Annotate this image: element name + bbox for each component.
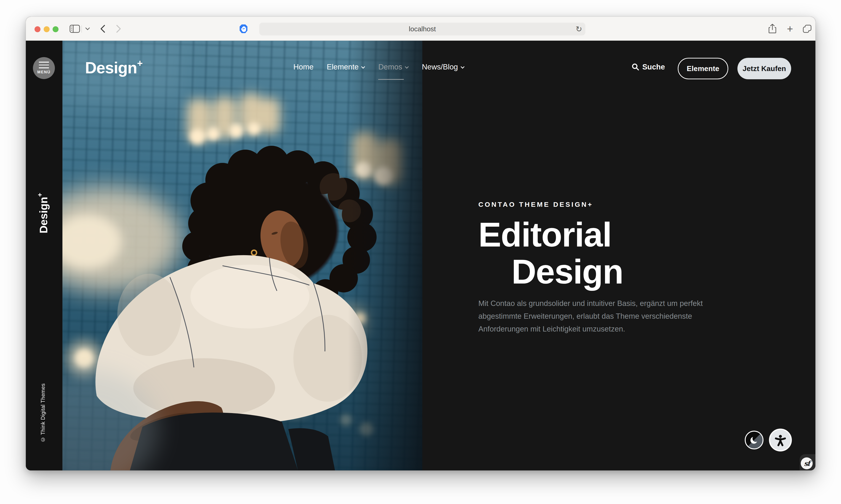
main-nav: Home Elemente Demos News/Blog [293,62,465,71]
dark-mode-toggle[interactable] [745,431,764,449]
accessibility-icon [774,434,787,446]
safari-window: localhost ↻ + [26,17,816,470]
search-button[interactable]: Suche [632,62,665,71]
hero-title-line2: Design [511,253,623,290]
rail-brand-vertical: Design+ [36,193,50,234]
hero-eyebrow: CONTAO THEME DESIGN+ [478,201,593,209]
elemente-button[interactable]: Elemente [678,58,728,79]
hero-photo [63,41,422,470]
refresh-icon[interactable]: ↻ [576,23,582,35]
hero-paragraph: Mit Contao als grundsolider und intuitiv… [478,297,734,336]
hero-title-line1: Editorial [478,216,623,253]
left-rail: MENÜ Design+ © Think Digital Themes [26,41,63,470]
zoom-button[interactable] [53,26,58,32]
toolbar-divider [82,25,82,33]
symfony-logo: sf [801,457,813,469]
nav-item-home[interactable]: Home [293,62,314,71]
tab-overview-icon[interactable] [802,17,813,41]
active-nav-underline [378,79,404,80]
site-logo[interactable]: Design+ [85,60,142,76]
menu-button-label: MENÜ [37,70,51,74]
rail-copyright-vertical: © Think Digital Themes [40,383,46,443]
content-blocker-shield-icon[interactable] [239,17,248,41]
forward-button[interactable] [113,17,124,41]
chevron-down-icon [361,65,365,68]
accessibility-button[interactable] [769,429,792,451]
address-bar[interactable]: localhost ↻ [259,23,585,35]
url-text: localhost [409,25,436,33]
moon-icon [750,435,759,445]
hero-title: Editorial Design [478,216,623,290]
sidebar-chevron-down-icon[interactable] [84,17,92,41]
minimize-button[interactable] [44,26,50,32]
new-tab-icon[interactable]: + [785,17,795,41]
hamburger-icon [39,62,49,68]
jetzt-kaufen-button[interactable]: Jetzt Kaufen [737,58,791,79]
browser-toolbar: localhost ↻ + [26,17,816,41]
close-button[interactable] [35,26,40,32]
share-icon[interactable] [767,17,778,41]
menu-button[interactable]: MENÜ [33,57,55,79]
desktop-background: localhost ↻ + [0,0,841,504]
hero-photo-illustration [63,41,422,470]
chevron-down-icon [461,65,465,68]
nav-item-demos[interactable]: Demos [378,62,409,71]
symfony-profiler-tab[interactable]: sf [800,454,816,470]
nav-item-elemente[interactable]: Elemente [327,62,365,71]
nav-item-news-blog[interactable]: News/Blog [422,62,465,71]
search-icon [632,63,639,71]
chevron-down-icon [405,65,409,68]
sidebar-toggle-icon[interactable] [68,17,81,41]
webpage: MENÜ Design+ © Think Digital Themes Desi… [26,41,816,470]
back-button[interactable] [97,17,108,41]
